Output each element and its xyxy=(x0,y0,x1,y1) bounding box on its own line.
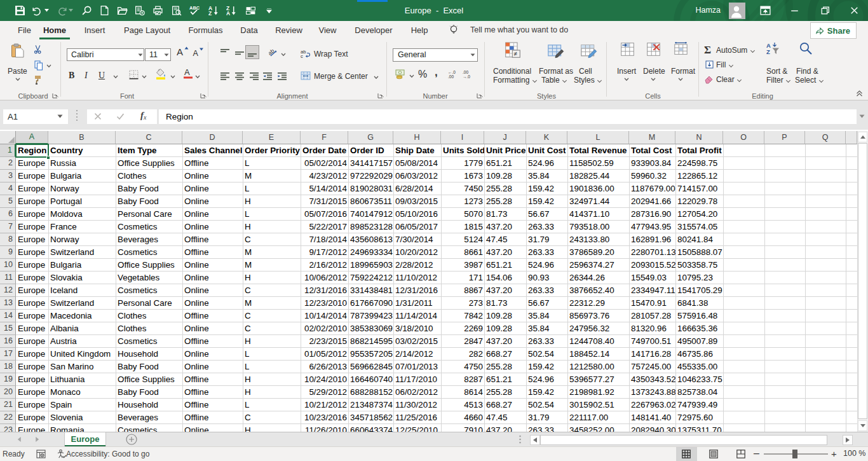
svg-text:←.0: ←.0 xyxy=(448,70,456,74)
svg-text:A: A xyxy=(177,46,183,57)
svg-text:≠: ≠ xyxy=(513,50,517,57)
svg-text:→.0: →.0 xyxy=(463,74,470,79)
svg-text:A: A xyxy=(193,49,199,58)
svg-text:c: c xyxy=(301,53,303,58)
svg-text:A: A xyxy=(184,67,190,77)
svg-text:ab: ab xyxy=(269,48,276,57)
svg-text:Z: Z xyxy=(766,48,770,55)
svg-text:.00: .00 xyxy=(448,74,454,79)
svg-text:.00: .00 xyxy=(463,70,468,74)
